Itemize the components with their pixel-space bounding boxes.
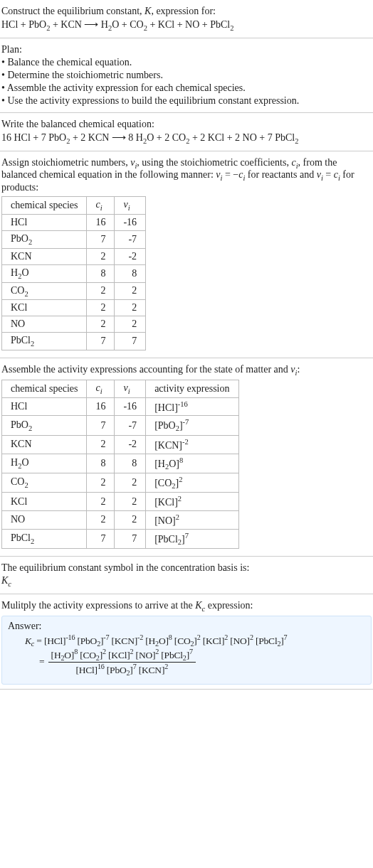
plan-heading: Plan: [1,44,372,55]
term: [CO [78,649,96,660]
text-frag: = [323,169,334,180]
sub-i: i [128,387,130,395]
answer-label: Answer: [8,621,365,632]
sub-2: 2 [295,137,298,145]
cell-nui: -2 [115,248,146,264]
cell-ci: 2 [87,248,115,264]
cell-nui: -2 [115,435,146,454]
cell-species: PbCl2 [2,333,87,350]
term: [PbCl [159,649,183,660]
balanced-section: Write the balanced chemical equation: 16… [0,113,373,151]
cell-ci: 7 [87,333,115,350]
cell-ci: 8 [87,264,115,282]
cell-nui: -7 [115,230,146,248]
cell-species: PbCl2 [2,529,87,548]
cell-species: CO2 [2,282,87,300]
cell-species: KCN [2,248,87,264]
cell-nui: 2 [115,493,146,511]
sub-i: i [100,387,103,395]
cell-nui: 2 [115,300,146,316]
text-frag: Mulitply the activity expressions to arr… [1,600,195,611]
term: [H [51,649,61,660]
kc-expression-line1: Kc = [HCl]-16 [PbO2]-7 [KCN]-2 [H2O]8 [C… [25,633,365,648]
sup: -16 [65,633,75,641]
th-ci: ci [87,380,115,397]
kc-symbol: Kc [1,575,372,588]
cell-species: NO [2,316,87,333]
eq-frag: H [101,19,108,30]
cell-species: H2O [2,454,87,473]
equals: = [39,656,47,667]
balanced-heading: Write the balanced chemical equation: [1,119,372,130]
cell-activity: [PbCl2]7 [146,529,238,548]
th-ci: ci [87,197,115,215]
term: [HCl] [44,635,66,645]
term: [KCl] [201,635,225,645]
cell-activity: [H2O]8 [146,454,238,473]
cell-activity: [KCN]-2 [146,435,238,454]
equals: = [34,635,44,645]
sub-i: i [100,204,103,212]
table-row: H2O88[H2O]8 [2,454,239,473]
plan-section: Plan: • Balance the chemical equation. •… [0,38,373,113]
cell-species: HCl [2,214,87,230]
cell-species: PbO2 [2,230,87,248]
term: [H [143,635,155,645]
term: [KCN] [109,635,137,645]
answer-box: Answer: Kc = [HCl]-16 [PbO2]-7 [KCN]-2 [… [1,616,372,685]
cell-ci: 2 [87,435,115,454]
table-row: KCl22 [2,300,146,316]
term: [HCl] [75,665,98,675]
unbalanced-equation: HCl + PbO2 + KCN ⟶ H2O + CO2 + KCl + NO … [1,18,372,32]
term: [PbO [105,665,127,675]
cell-nui: 8 [115,454,146,473]
cell-nui: 2 [115,316,146,333]
plan-item: • Assemble the activity expression for e… [1,82,372,94]
cell-activity: [HCl]-16 [146,397,238,416]
table-row: CO222 [2,282,146,300]
cell-nui: 7 [115,333,146,350]
eq-frag: 8 H [128,132,143,143]
cell-ci: 8 [87,454,115,473]
term: [NO] [228,635,250,645]
table-header-row: chemical species ci νi activity expressi… [2,380,239,397]
term: [CO [172,635,191,645]
eq-frag: HCl + PbO [1,19,46,30]
cell-ci: 7 [87,416,115,435]
cell-species: NO [2,511,87,530]
eq-frag: + KCN [50,19,81,30]
table-row: HCl16-16[HCl]-16 [2,397,239,416]
table-row: PbO27-7[PbO2]-7 [2,416,239,435]
table-row: HCl16-16 [2,214,146,230]
balanced-equation: 16 HCl + 7 PbO2 + 2 KCN ⟶ 8 H2O + 2 CO2 … [1,132,372,145]
cell-nui: 2 [115,473,146,492]
cell-species: H2O [2,264,87,282]
cell-nui: 8 [115,264,146,282]
table-row: PbO27-7 [2,230,146,248]
k-symbol: K [25,635,31,645]
prompt-text: Construct the equilibrium constant, [1,6,145,16]
eq-frag: O + 2 CO [147,132,186,143]
term: O] [159,635,169,645]
sup: 16 [98,663,105,670]
th-nui: νi [115,197,146,215]
term: [PbO [75,635,97,645]
cell-activity: [CO2]2 [146,473,238,492]
cell-species: KCN [2,435,87,454]
table-header-row: chemical species ci νi [2,197,146,215]
cell-species: KCl [2,493,87,511]
cell-species: KCl [2,300,87,316]
eq-frag: + 2 KCN [70,132,109,143]
text-frag: = − [222,169,238,180]
eq-frag: + KCl + NO + PbCl [147,19,230,30]
kc-expression-line2: = [H2O]8 [CO2]2 [KCl]2 [NO]2 [PbCl2]7 [H… [39,648,365,677]
th-species: chemical species [2,380,87,397]
cell-ci: 2 [87,282,115,300]
text-frag: , using the stoichiometric coefficients, [137,157,291,168]
text-frag: for reactants and [245,169,316,180]
arrow-icon: ⟶ [82,19,101,30]
table-row: KCN2-2[KCN]-2 [2,435,239,454]
cell-nui: -7 [115,416,146,435]
k-symbol: K [1,575,8,586]
cell-species: HCl [2,397,87,416]
